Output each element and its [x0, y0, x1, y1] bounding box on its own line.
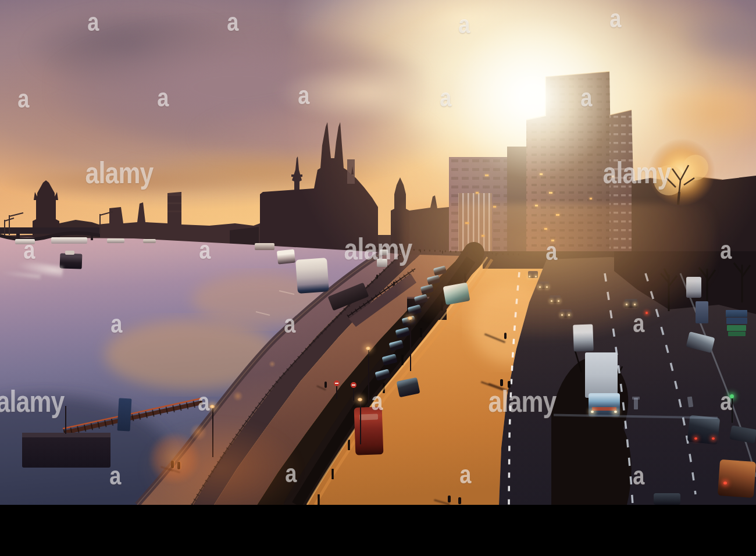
watermark-small: a	[227, 9, 238, 35]
watermark-small: a	[609, 6, 621, 31]
watermark-small: a	[458, 12, 469, 37]
stock-photo-page: aaaaaaaaaalamyalamyaaaaalamyaaaaaaalamya…	[0, 0, 756, 556]
watermark-large: alamy	[0, 386, 64, 416]
watermark-large: alamy	[603, 158, 671, 188]
watermark-small: a	[633, 311, 644, 336]
watermark-small: a	[23, 237, 34, 263]
footer-bar: alamy Image ID: R942BK www.alamy.com	[0, 505, 756, 556]
watermark-small: a	[17, 86, 28, 112]
watermark-small: a	[440, 85, 451, 111]
photo: aaaaaaaaaalamyalamyaaaaalamyaaaaaaalamya…	[0, 0, 756, 505]
watermark-small: a	[199, 237, 210, 263]
watermark-small: a	[157, 85, 168, 111]
watermark-small: a	[545, 238, 557, 264]
watermark-large: alamy	[344, 234, 412, 264]
watermark-large: alamy	[85, 158, 154, 188]
watermark-small: a	[720, 389, 731, 414]
watermark-small: a	[720, 237, 731, 263]
watermark-layer: aaaaaaaaaalamyalamyaaaaalamyaaaaaaalamya…	[0, 0, 756, 505]
watermark-small: a	[198, 389, 209, 415]
watermark-small: a	[459, 462, 470, 487]
watermark-small: a	[109, 463, 120, 489]
watermark-small: a	[285, 461, 296, 486]
watermark-large: alamy	[488, 386, 557, 416]
watermark-small: a	[298, 83, 309, 108]
watermark-small: a	[110, 311, 122, 337]
watermark-small: a	[580, 85, 591, 111]
watermark-small: a	[371, 389, 382, 414]
watermark-small: a	[284, 311, 295, 337]
watermark-small: a	[633, 463, 644, 489]
watermark-small: a	[87, 9, 98, 35]
